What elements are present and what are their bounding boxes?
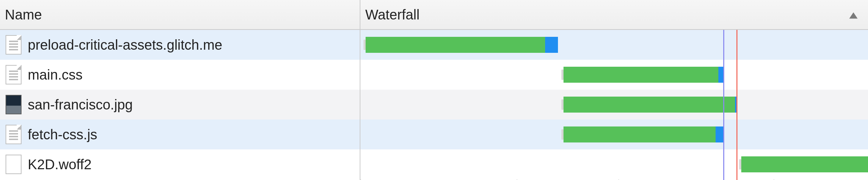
request-row[interactable]: preload-critical-assets.glitch.me bbox=[0, 30, 360, 60]
image-file-icon bbox=[6, 95, 22, 114]
header-waterfall[interactable]: Waterfall bbox=[360, 0, 868, 30]
column-waterfall: Waterfall bbox=[360, 0, 868, 180]
font-file-icon bbox=[6, 155, 22, 174]
name-rows: preload-critical-assets.glitch.memain.cs… bbox=[0, 30, 360, 180]
request-row[interactable]: main.css bbox=[0, 60, 360, 90]
header-waterfall-label: Waterfall bbox=[365, 7, 419, 23]
timing-bar bbox=[741, 156, 868, 172]
network-panel: Name preload-critical-assets.glitch.mema… bbox=[0, 0, 868, 180]
request-name: fetch-css.js bbox=[28, 127, 97, 142]
request-name: main.css bbox=[28, 67, 83, 83]
waterfall-row[interactable] bbox=[360, 149, 868, 179]
document-file-icon bbox=[6, 125, 22, 144]
waterfall-body bbox=[360, 30, 868, 180]
waterfall-row[interactable] bbox=[360, 30, 868, 60]
timing-bar bbox=[564, 97, 737, 113]
waterfall-row[interactable] bbox=[360, 90, 868, 120]
timing-bar bbox=[366, 37, 558, 53]
timing-bar bbox=[564, 126, 724, 142]
request-row[interactable]: fetch-css.js bbox=[0, 120, 360, 149]
request-name: preload-critical-assets.glitch.me bbox=[28, 37, 222, 53]
request-name: K2D.woff2 bbox=[28, 157, 92, 172]
document-file-icon bbox=[6, 35, 22, 55]
header-name-label: Name bbox=[5, 7, 42, 23]
domcontentloaded-marker bbox=[723, 30, 724, 180]
waterfall-row[interactable] bbox=[360, 60, 868, 90]
waterfall-rows bbox=[360, 30, 868, 180]
svg-marker-0 bbox=[849, 13, 858, 19]
waterfall-row[interactable] bbox=[360, 120, 868, 149]
header-name[interactable]: Name bbox=[0, 0, 360, 30]
request-row[interactable]: san-francisco.jpg bbox=[0, 90, 360, 120]
request-name: san-francisco.jpg bbox=[28, 97, 133, 113]
document-file-icon bbox=[6, 65, 22, 84]
sort-asc-icon bbox=[849, 7, 858, 23]
column-name: Name preload-critical-assets.glitch.mema… bbox=[0, 0, 360, 180]
load-marker bbox=[736, 30, 737, 180]
request-row[interactable]: K2D.woff2 bbox=[0, 149, 360, 179]
timing-bar bbox=[564, 67, 724, 83]
